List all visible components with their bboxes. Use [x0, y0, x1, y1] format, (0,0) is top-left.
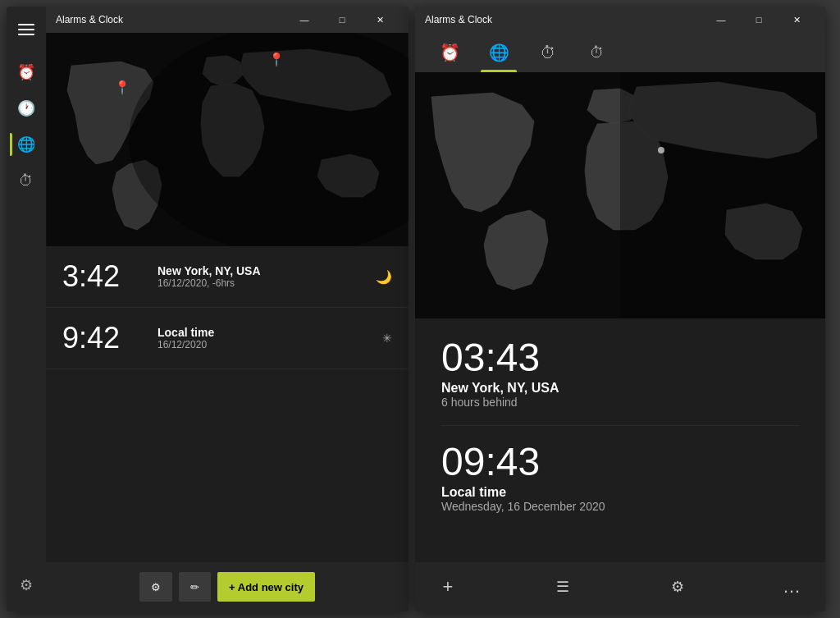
right-newyork-desc: 6 hours behind [441, 396, 799, 409]
svg-rect-3 [620, 72, 825, 318]
clock-icon: 🕐 [17, 99, 35, 117]
sidebar-item-settings[interactable]: ⚙ [10, 569, 43, 602]
world-map-svg: 📍 📍 [46, 33, 409, 246]
left-titlebar-controls: — □ ✕ [285, 7, 399, 33]
clock-list: 3:42 New York, NY, USA 16/12/2020, -6hrs… [46, 246, 409, 562]
compare-button[interactable]: ⚙ [139, 572, 172, 602]
left-close-button[interactable]: ✕ [361, 7, 399, 33]
right-world-map [415, 72, 825, 318]
pin-europe: 📍 [268, 52, 285, 67]
right-titlebar-controls: — □ ✕ [702, 7, 815, 33]
pin-newyork: 📍 [114, 80, 130, 95]
local-info: Local time 16/12/2020 [158, 326, 369, 350]
right-newyork-city: New York, NY, USA [441, 381, 799, 396]
clock-divider [441, 425, 799, 426]
right-add-button[interactable]: + [431, 570, 464, 603]
moon-icon: 🌙 [376, 269, 392, 285]
right-content: 03:43 New York, NY, USA 6 hours behind 0… [415, 318, 825, 562]
local-date: 16/12/2020 [158, 339, 369, 350]
sidebar: ⏰ 🕐 🌐 ⏱ ⚙ [7, 7, 46, 611]
left-window: ⏰ 🕐 🌐 ⏱ ⚙ Alarms & Clock — □ ✕ [7, 7, 409, 611]
newyork-time: 3:42 [62, 259, 144, 294]
right-clock-local: 09:43 Local time Wednesday, 16 December … [441, 442, 799, 513]
right-titlebar: Alarms & Clock — □ ✕ [415, 7, 825, 33]
right-window: Alarms & Clock — □ ✕ ⏰ 🌐 ⏱ ⏱ [415, 7, 825, 611]
add-city-button[interactable]: + Add new city [217, 572, 315, 602]
sidebar-item-timer[interactable]: ⏱ [10, 164, 43, 197]
right-bottom-toolbar: + ☰ ⚙ … [415, 562, 825, 611]
right-list-button[interactable]: ☰ [546, 570, 579, 603]
right-minimize-button[interactable]: — [702, 7, 740, 33]
sidebar-item-worldclock[interactable]: 🌐 [10, 128, 43, 161]
right-close-button[interactable]: ✕ [778, 7, 815, 33]
tab-stopwatch[interactable]: ⏱ [573, 33, 622, 72]
right-tabs: ⏰ 🌐 ⏱ ⏱ [415, 33, 825, 72]
right-window-title: Alarms & Clock [425, 14, 702, 25]
left-maximize-button[interactable]: □ [323, 7, 361, 33]
newyork-info: New York, NY, USA 16/12/2020, -6hrs [158, 264, 363, 289]
right-maximize-button[interactable]: □ [740, 7, 778, 33]
sidebar-item-alarm[interactable]: ⏰ [10, 56, 43, 89]
left-minimize-button[interactable]: — [285, 7, 323, 33]
tab-alarm[interactable]: ⏰ [425, 33, 474, 72]
newyork-date: 16/12/2020, -6hrs [158, 277, 363, 289]
tab-timer[interactable]: ⏱ [523, 33, 573, 72]
sun-icon: ✳ [382, 332, 392, 345]
hamburger-icon [18, 24, 34, 35]
tab-timer-icon: ⏱ [540, 43, 556, 62]
right-clock-newyork: 03:43 New York, NY, USA 6 hours behind [441, 338, 799, 409]
right-compare-button[interactable]: ⚙ [661, 570, 694, 603]
local-time: 9:42 [62, 321, 144, 355]
hamburger-menu[interactable] [10, 13, 43, 46]
right-local-time: 09:43 [441, 442, 799, 482]
world-clock-icon: 🌐 [17, 135, 35, 153]
edit-button[interactable]: ✏ [179, 572, 211, 602]
right-local-city: Local time [441, 485, 799, 500]
right-more-button[interactable]: … [776, 570, 809, 603]
svg-point-4 [658, 147, 664, 153]
left-window-title: Alarms & Clock [56, 14, 285, 25]
local-city: Local time [158, 326, 369, 339]
tab-alarm-icon: ⏰ [440, 43, 460, 62]
tab-worldclock-icon: 🌐 [489, 43, 509, 62]
right-map-svg [415, 72, 825, 318]
left-bottom-toolbar: ⚙ ✏ + Add new city [46, 562, 409, 611]
tab-stopwatch-icon: ⏱ [590, 44, 605, 62]
timer-icon: ⏱ [19, 172, 34, 190]
right-local-desc: Wednesday, 16 December 2020 [441, 500, 799, 513]
alarm-icon: ⏰ [17, 63, 35, 81]
right-newyork-time: 03:43 [441, 338, 799, 378]
sidebar-item-clock[interactable]: 🕐 [10, 92, 43, 125]
compare-icon: ⚙ [151, 581, 161, 593]
newyork-city: New York, NY, USA [158, 264, 363, 277]
tab-world-clock[interactable]: 🌐 [474, 33, 523, 72]
clock-item-local[interactable]: 9:42 Local time 16/12/2020 ✳ [46, 308, 409, 369]
clock-item-newyork[interactable]: 3:42 New York, NY, USA 16/12/2020, -6hrs… [46, 246, 409, 308]
settings-icon: ⚙ [20, 576, 33, 594]
left-titlebar: Alarms & Clock — □ ✕ [46, 7, 409, 33]
left-main-content: Alarms & Clock — □ ✕ [46, 7, 409, 611]
edit-icon: ✏ [190, 581, 199, 593]
left-world-map: 📍 📍 [46, 33, 409, 246]
